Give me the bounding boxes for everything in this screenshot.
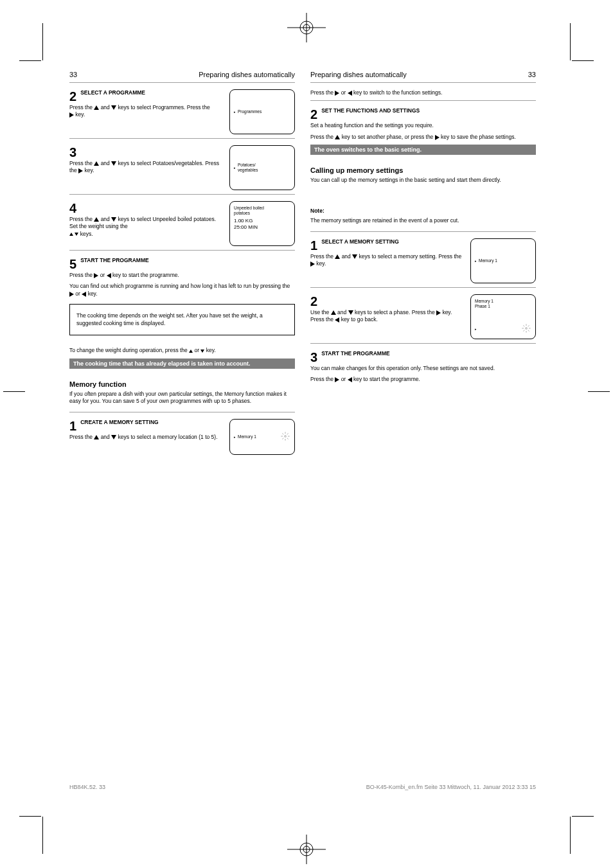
svg-line-22 <box>523 325 524 326</box>
footer-left: HB84K.52. 33 <box>69 784 105 790</box>
running-header: Preparing dishes automatically <box>310 71 407 78</box>
left-page: 33 Preparing dishes automatically 2Selec… <box>69 71 295 455</box>
crop-mark <box>572 60 594 61</box>
display-mock: ▸Potatoes/vegetables <box>229 145 295 190</box>
crop-mark <box>42 817 43 854</box>
page-footer: HB84K.52. 33 BO-K45-Kombi_en.fm Seite 33… <box>69 784 536 790</box>
svg-line-13 <box>282 433 283 434</box>
left-arrow-icon <box>348 377 352 382</box>
svg-line-23 <box>528 330 529 331</box>
right-page: Preparing dishes automatically 33 Press … <box>310 71 536 455</box>
right-arrow-icon <box>310 261 315 267</box>
step-label: Set the functions and settings <box>321 107 420 114</box>
registration-mark-bottom <box>287 835 326 864</box>
crop-mark <box>3 391 25 392</box>
crop-mark <box>19 816 41 817</box>
section-title: Calling up memory settings <box>310 166 536 174</box>
right-arrow-icon <box>436 310 441 315</box>
up-arrow-icon <box>69 233 73 236</box>
svg-line-14 <box>287 438 289 439</box>
section-title: Memory function <box>69 380 295 388</box>
down-arrow-icon <box>352 254 357 259</box>
step-number: 4 <box>69 201 76 216</box>
svg-point-8 <box>285 435 287 437</box>
page-number-tab: 33 <box>528 71 536 78</box>
page-number-tab: 33 <box>69 71 77 78</box>
right-arrow-icon <box>69 112 74 118</box>
crop-mark <box>19 60 41 61</box>
callup-step-1: 1Select a memory setting Press the and k… <box>310 238 536 283</box>
right-arrow-icon <box>69 292 74 297</box>
page-spread: 33 Preparing dishes automatically 2Selec… <box>69 71 536 790</box>
step-number: 1 <box>310 238 317 253</box>
step-number: 3 <box>310 350 317 365</box>
svg-line-25 <box>528 325 529 326</box>
up-arrow-icon <box>331 310 336 315</box>
running-header: Preparing dishes automatically <box>199 71 295 78</box>
step-label: Create a memory setting <box>80 419 159 425</box>
left-arrow-icon <box>107 273 111 278</box>
step-label: Start the programme <box>321 350 390 357</box>
registration-mark-top <box>287 13 326 42</box>
svg-line-16 <box>287 433 289 434</box>
display-mock: ▸Memory 1 <box>470 238 536 283</box>
step-5: 5Start the programme Press the or key to… <box>69 257 295 297</box>
svg-point-17 <box>526 327 528 329</box>
display-mock: ▸Programmes <box>229 89 295 134</box>
down-arrow-icon <box>111 105 116 110</box>
step-number: 2 <box>310 107 317 122</box>
display-mock: Unpeeled boiled potatoes 1.00 KG 25:00 M… <box>229 201 295 246</box>
section-description: You can call up the memory settings in t… <box>310 177 536 184</box>
right-arrow-icon <box>435 135 440 140</box>
left-arrow-icon <box>348 91 352 96</box>
highlight-bar: The cooking time that has already elapse… <box>69 359 295 369</box>
step-3: 3 Press the and keys to select Potatoes/… <box>69 145 295 190</box>
crop-mark <box>570 817 571 854</box>
step-2: 2Select a programme Press the and keys t… <box>69 89 295 134</box>
crop-mark <box>42 23 43 60</box>
step-label: Select a programme <box>80 89 145 96</box>
callup-step-2: 2 Use the and keys to select a phase. Pr… <box>310 294 536 339</box>
down-arrow-icon <box>111 217 116 222</box>
svg-line-15 <box>282 438 283 439</box>
callup-step-3: 3Start the programme You can make change… <box>310 350 536 384</box>
step-4: 4 Press the and keys to select Unpeeled … <box>69 201 295 246</box>
note-box: The cooking time depends on the weight s… <box>69 304 295 335</box>
step-number: 2 <box>69 89 76 104</box>
step-number: 3 <box>69 145 76 160</box>
display-mock: Memory 1 Phase 1 ▸ <box>470 294 536 339</box>
sun-icon <box>280 431 290 443</box>
down-arrow-icon <box>111 161 116 166</box>
sun-icon <box>521 323 531 335</box>
svg-line-24 <box>523 330 524 331</box>
footer-right: BO-K45-Kombi_en.fm Seite 33 Mittwoch, 11… <box>366 784 536 790</box>
step-label: Select a memory setting <box>321 238 399 245</box>
display-mock: ▸Memory 1 <box>229 419 295 455</box>
step-number: 2 <box>310 294 317 309</box>
step-number: 5 <box>69 257 76 272</box>
step-label: Start the programme <box>80 257 149 263</box>
highlight-bar: The oven switches to the basic setting. <box>310 145 536 155</box>
memory-step-1: 1Create a memory setting Press the and k… <box>69 419 295 455</box>
down-arrow-icon <box>348 310 353 315</box>
crop-mark <box>572 816 594 817</box>
crop-mark <box>588 391 610 392</box>
section-description: If you often prepare a dish with your ow… <box>69 391 295 405</box>
step-number: 1 <box>69 419 76 434</box>
crop-mark <box>570 23 571 60</box>
down-arrow-icon <box>111 435 116 439</box>
step-2-right: 2Set the functions and settings Set a he… <box>310 107 536 155</box>
